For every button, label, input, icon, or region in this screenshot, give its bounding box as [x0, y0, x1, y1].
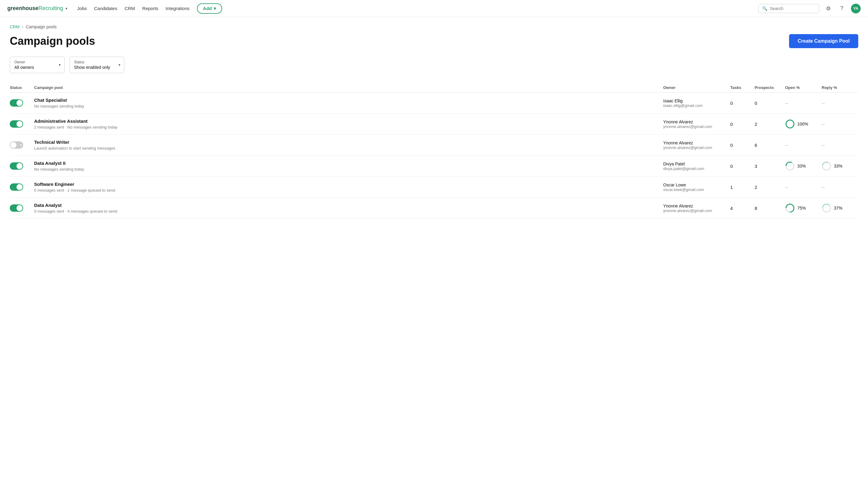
status-cell — [10, 120, 34, 127]
breadcrumb-crm[interactable]: CRM — [10, 24, 20, 29]
col-reply: Reply % — [822, 85, 858, 90]
owner-cell: Oscar Lowe oscar.lowe@gmail.com — [663, 182, 730, 192]
add-button[interactable]: Add ▾ — [197, 3, 222, 14]
status-filter[interactable]: Status Show enabled only ▾ — [70, 57, 124, 73]
toggle-disabled[interactable]: ✕ — [10, 141, 23, 149]
reply-pct-cell: 33% — [822, 161, 858, 171]
col-status: Status — [10, 85, 34, 90]
page-title: Campaign pools — [10, 35, 95, 48]
search-box[interactable]: 🔍 — [758, 4, 819, 13]
status-cell — [10, 204, 34, 212]
page-header: Campaign pools Create Campaign Pool — [10, 34, 858, 48]
prospects-cell: 0 — [755, 100, 785, 106]
help-icon[interactable]: ? — [837, 4, 846, 13]
table-body: Chat Specialist No messages sending toda… — [10, 93, 858, 219]
col-owner: Owner — [663, 85, 730, 90]
settings-icon[interactable]: ⚙ — [824, 4, 833, 13]
reply-pct-cell: -- — [822, 100, 825, 106]
nav-integrations[interactable]: Integrations — [166, 6, 189, 11]
breadcrumb-separator: › — [22, 24, 23, 29]
toggle-enabled[interactable] — [10, 183, 23, 191]
col-open: Open % — [785, 85, 822, 90]
owner-filter-label: Owner — [14, 60, 60, 64]
table-row: ✕ Technical Writer Launch automation to … — [10, 135, 858, 156]
open-pct-wrapper: 75% — [785, 203, 822, 213]
campaign-cell[interactable]: Data Analyst II No messages sending toda… — [34, 160, 663, 171]
open-pct-cell: 75% — [785, 203, 822, 213]
status-cell: ✕ — [10, 141, 34, 149]
create-campaign-pool-button[interactable]: Create Campaign Pool — [789, 34, 858, 48]
prospects-cell: 8 — [755, 206, 785, 211]
reply-pct-wrapper: -- — [822, 185, 858, 190]
nav-reports[interactable]: Reports — [142, 6, 158, 11]
logo[interactable]: greenhouseRecruiting ▾ — [7, 5, 67, 12]
search-icon: 🔍 — [762, 6, 768, 11]
campaign-cell[interactable]: Data Analyst 0 messages sent · 4 message… — [34, 203, 663, 214]
tasks-cell: 0 — [730, 100, 755, 106]
status-filter-chevron-icon: ▾ — [119, 63, 120, 67]
campaign-cell[interactable]: Software Engineer 0 messages sent · 1 me… — [34, 182, 663, 193]
toggle-enabled[interactable] — [10, 120, 23, 127]
nav-crm[interactable]: CRM — [125, 6, 135, 11]
open-pct-wrapper: 33% — [785, 161, 822, 171]
navbar: greenhouseRecruiting ▾ Jobs Candidates C… — [0, 0, 868, 17]
svg-point-1 — [786, 120, 794, 128]
open-pct-wrapper: -- — [785, 185, 822, 190]
open-pct-wrapper: 100% — [785, 119, 822, 129]
toggle-enabled[interactable] — [10, 204, 23, 212]
tasks-cell: 0 — [730, 143, 755, 148]
owner-filter-chevron-icon: ▾ — [59, 63, 61, 67]
col-tasks: Tasks — [730, 85, 755, 90]
nav-jobs[interactable]: Jobs — [77, 6, 87, 11]
prospects-cell: 3 — [755, 163, 785, 169]
breadcrumb: CRM › Campaign pools — [10, 24, 858, 29]
toggle-enabled[interactable] — [10, 99, 23, 107]
table-row: Chat Specialist No messages sending toda… — [10, 93, 858, 114]
table-header: Status Campaign pool Owner Tasks Prospec… — [10, 83, 858, 93]
main-content: CRM › Campaign pools Campaign pools Crea… — [0, 17, 868, 226]
status-cell — [10, 183, 34, 191]
col-campaign: Campaign pool — [34, 85, 663, 90]
status-cell — [10, 99, 34, 107]
nav-right: 🔍 ⚙ ? YA — [758, 4, 861, 13]
open-pct-cell: -- — [785, 100, 788, 106]
open-pct-cell: -- — [785, 143, 788, 148]
table-row: Software Engineer 0 messages sent · 1 me… — [10, 177, 858, 198]
campaign-cell[interactable]: Chat Specialist No messages sending toda… — [34, 97, 663, 108]
status-cell — [10, 162, 34, 170]
owner-filter[interactable]: Owner All owners ▾ — [10, 57, 64, 73]
open-pct-cell: 100% — [785, 119, 822, 129]
reply-pct-wrapper: -- — [822, 143, 858, 148]
table-row: Administrative Assistant 2 messages sent… — [10, 114, 858, 135]
avatar[interactable]: YA — [851, 4, 861, 13]
tasks-cell: 4 — [730, 206, 755, 211]
reply-pct-wrapper: -- — [822, 100, 858, 106]
logo-main: greenhouseRecruiting — [7, 5, 63, 12]
nav-candidates[interactable]: Candidates — [94, 6, 117, 11]
col-prospects: Prospects — [755, 85, 785, 90]
owner-cell: Ynonne Alvarez ynonne.alvarez@gmail.com — [663, 141, 730, 150]
campaign-cell[interactable]: Technical Writer Launch automation to st… — [34, 139, 663, 150]
status-filter-label: Status — [74, 60, 120, 64]
open-pct-cell: 33% — [785, 161, 822, 171]
toggle-enabled[interactable] — [10, 162, 23, 170]
prospects-cell: 2 — [755, 122, 785, 127]
nav-links: Jobs Candidates CRM Reports Integrations… — [77, 3, 758, 14]
breadcrumb-current: Campaign pools — [26, 24, 57, 29]
owner-cell: Divya Patel divya.patel@gmail.com — [663, 161, 730, 171]
prospects-cell: 6 — [755, 143, 785, 148]
tasks-cell: 0 — [730, 122, 755, 127]
filters: Owner All owners ▾ Status Show enabled o… — [10, 57, 858, 73]
reply-pct-wrapper: 33% — [822, 161, 858, 171]
prospects-cell: 2 — [755, 185, 785, 190]
reply-pct-cell: -- — [822, 143, 825, 148]
reply-pct-wrapper: -- — [822, 122, 858, 127]
tasks-cell: 0 — [730, 163, 755, 169]
campaign-cell[interactable]: Administrative Assistant 2 messages sent… — [34, 119, 663, 130]
owner-filter-value: All owners — [14, 65, 60, 70]
reply-pct-cell: 37% — [822, 203, 858, 213]
search-input[interactable] — [770, 6, 815, 11]
table-row: Data Analyst 0 messages sent · 4 message… — [10, 198, 858, 219]
status-filter-value: Show enabled only — [74, 65, 120, 70]
reply-pct-cell: -- — [822, 122, 825, 127]
